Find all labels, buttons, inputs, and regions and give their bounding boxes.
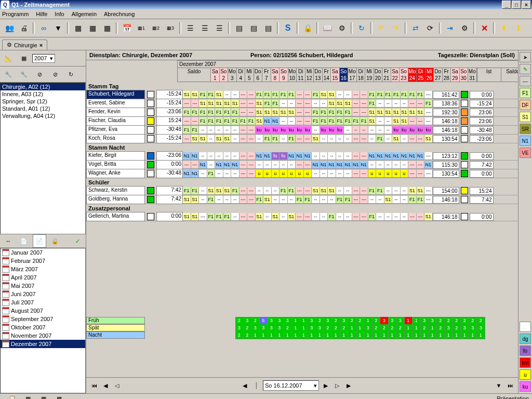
nav-day-prev[interactable]: ◀ <box>240 381 249 390</box>
shift-cell[interactable]: F1 <box>328 109 336 116</box>
shift-cell[interactable]: --- <box>304 135 312 143</box>
delete-button[interactable]: ✕ <box>477 21 491 35</box>
shift-cell[interactable]: --- <box>304 187 312 195</box>
check-button[interactable]: ✓ <box>71 234 84 248</box>
shift-cell[interactable]: S1 <box>256 117 264 125</box>
shift-cell[interactable]: --- <box>199 213 207 221</box>
shift-cell[interactable]: -- <box>401 100 409 108</box>
shift-cell[interactable]: F1 <box>312 109 320 116</box>
shift-cell[interactable]: S1 <box>312 187 320 195</box>
shift-cell[interactable]: -- <box>280 100 288 108</box>
shift-cell[interactable]: -- <box>368 126 377 134</box>
shift-cell[interactable]: S1 <box>223 187 232 195</box>
month-item[interactable]: Juli 2007 <box>1 298 85 307</box>
shift-cell[interactable]: -- <box>312 213 320 221</box>
menu-item[interactable]: Hilfe <box>36 11 47 17</box>
employee-row[interactable]: Vogel, Britta 0:00 ------N1--N1N1N1-----… <box>86 161 518 169</box>
shift-cell[interactable]: S1 <box>401 117 409 125</box>
shift-cell[interactable]: --- <box>360 135 368 143</box>
shift-cell[interactable]: ku <box>408 126 417 134</box>
shift-cell[interactable]: S1 <box>263 196 272 204</box>
shift-cell[interactable]: -- <box>401 135 409 143</box>
dept-item[interactable]: Springer, Spr (12) <box>1 98 85 105</box>
shift-cell[interactable]: S1 <box>328 100 336 108</box>
shift-cell[interactable]: F1 <box>408 91 417 99</box>
employee-name[interactable]: Wagner, Anke <box>86 169 145 178</box>
month-item[interactable]: März 2007 <box>1 265 85 273</box>
cal2-button[interactable]: ▦2 <box>149 21 163 35</box>
shift-cell[interactable]: S1 <box>183 213 191 221</box>
shift-cell[interactable]: -- <box>280 117 288 125</box>
shift-cell[interactable]: -- <box>215 152 223 160</box>
left-tool[interactable]: ▦ <box>17 51 31 65</box>
employee-row[interactable]: Gellerich, Martina 0:00 S1S1---F1F1F1---… <box>86 212 518 221</box>
shift-cell[interactable]: F1 <box>288 135 296 143</box>
shift-cell[interactable]: -- <box>376 161 384 169</box>
shift-cell[interactable]: --- <box>247 187 256 195</box>
shift-cell[interactable]: S1 <box>328 187 336 195</box>
shift-cell[interactable]: -- <box>392 213 401 221</box>
shift-cell[interactable]: --- <box>247 196 256 204</box>
employee-name[interactable]: Fender, Kevin <box>86 108 145 117</box>
shift-cell[interactable]: N1 <box>191 170 200 178</box>
employee-row[interactable]: Koch, Rosa -15:24 ---S1S1--S1S1---------… <box>86 135 518 143</box>
shift-cell[interactable]: F1 <box>328 213 336 221</box>
shift-cell[interactable]: N1 <box>384 152 393 160</box>
shift-cell[interactable]: S1 <box>408 187 417 195</box>
shift-cell[interactable]: -- <box>344 187 352 195</box>
shift-cell[interactable]: F1 <box>288 91 296 99</box>
shift-cell[interactable]: --- <box>240 161 248 169</box>
shift-cell[interactable]: --- <box>424 170 433 178</box>
shift-cell[interactable]: F1 <box>207 213 216 221</box>
shift-cell[interactable]: -- <box>384 187 393 195</box>
shift-cell[interactable]: F1 <box>207 196 216 204</box>
shift-cell[interactable]: --- <box>247 126 256 134</box>
status-tool[interactable]: ▦ <box>21 392 35 399</box>
employee-name[interactable]: Vogel, Britta <box>86 160 145 169</box>
shift-cell[interactable]: -- <box>392 161 401 169</box>
shift-cell[interactable]: N1 <box>417 152 425 160</box>
shift-cell[interactable]: N1 <box>183 152 191 160</box>
employee-row[interactable]: Schwarz, Kerstin 7:42 F1F1--S1S1S1F1----… <box>86 187 518 195</box>
link-button[interactable]: ∞ <box>37 21 50 35</box>
shift-cell[interactable]: N1 <box>304 152 312 160</box>
shift-cell[interactable]: -- <box>231 196 240 204</box>
close-tab-icon[interactable]: × <box>39 42 43 48</box>
grid-button[interactable]: ▦ <box>71 21 85 35</box>
shift-cell[interactable]: -- <box>231 135 240 143</box>
shift-cell[interactable]: N1 <box>272 117 280 125</box>
shift-cell[interactable]: --- <box>296 161 304 169</box>
shift-cell[interactable]: F1 <box>344 109 352 116</box>
shift-cell[interactable]: S1 <box>215 91 223 99</box>
legend-item[interactable]: km <box>520 357 531 368</box>
shift-cell[interactable]: S1 <box>392 109 401 116</box>
shift-cell[interactable]: -- <box>336 135 344 143</box>
shift-cell[interactable]: --- <box>424 196 433 204</box>
shift-cell[interactable]: -- <box>336 152 344 160</box>
shift-cell[interactable]: S1 <box>223 100 232 108</box>
down-button[interactable]: ⬇ <box>512 21 525 35</box>
shift-cell[interactable]: ku <box>336 126 344 134</box>
shift-cell[interactable]: --- <box>352 196 361 204</box>
shift-cell[interactable]: S1 <box>256 109 264 116</box>
shift-cell[interactable]: F1 <box>376 91 384 99</box>
shift-cell[interactable]: S1 <box>215 135 223 143</box>
employee-name[interactable]: Everest, Sabine <box>86 99 145 108</box>
refresh-button[interactable]: ↻ <box>355 21 368 35</box>
shift-cell[interactable]: -- <box>223 91 232 99</box>
shift-cell[interactable]: --- <box>191 117 200 125</box>
shift-cell[interactable]: --- <box>240 126 248 134</box>
shift-cell[interactable]: S1 <box>256 100 264 108</box>
shift-cell[interactable]: --- <box>360 196 368 204</box>
cal1-button[interactable]: ▦1 <box>135 21 148 35</box>
shift-cell[interactable]: S1 <box>191 196 200 204</box>
shift-cell[interactable]: -- <box>256 161 264 169</box>
left-icon[interactable]: ⊘ <box>33 68 46 81</box>
shift-cell[interactable]: -- <box>312 126 320 134</box>
shift-cell[interactable]: --- <box>417 135 425 143</box>
shift-cell[interactable]: -- <box>207 152 216 160</box>
shift-cell[interactable]: -- <box>352 126 361 134</box>
month-item[interactable]: August 2007 <box>1 307 85 315</box>
shift-cell[interactable]: F1 <box>263 91 272 99</box>
shift-cell[interactable]: S1 <box>183 91 191 99</box>
